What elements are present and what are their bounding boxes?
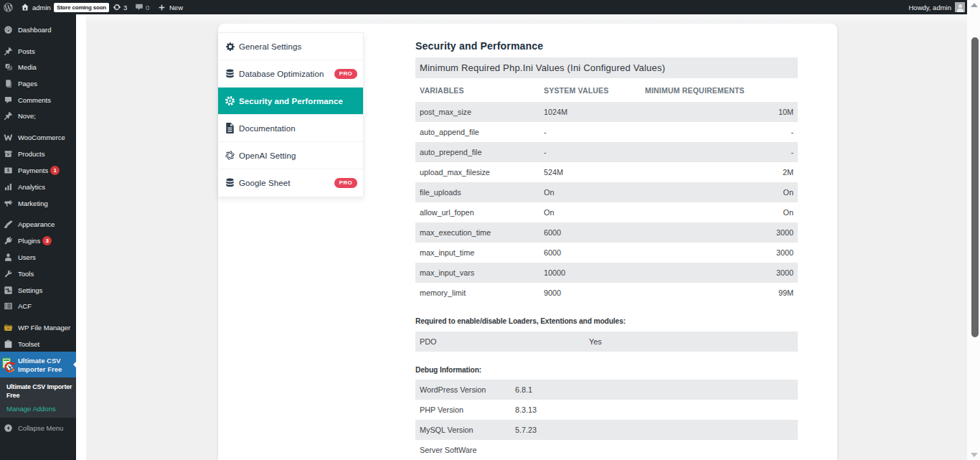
svg-text:w: w xyxy=(6,327,9,330)
